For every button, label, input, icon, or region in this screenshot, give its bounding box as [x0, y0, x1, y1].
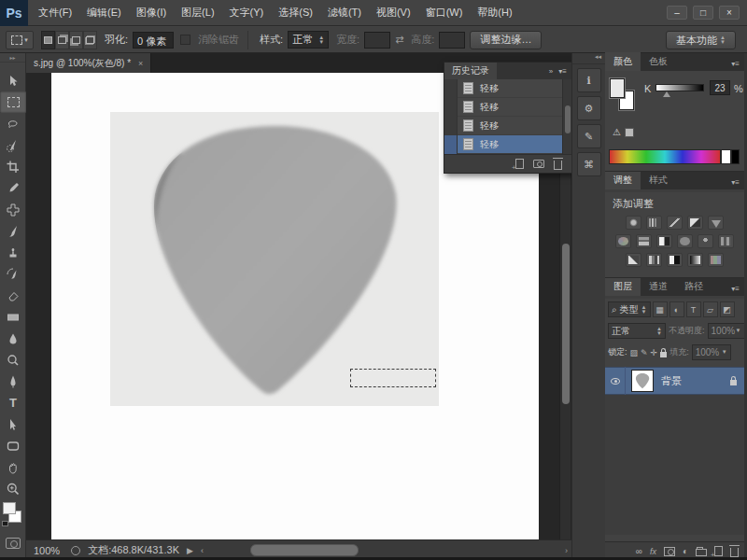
toolbar-grip[interactable]: ▸▸ [0, 53, 25, 63]
history-source-checkbox[interactable] [444, 79, 458, 98]
history-scrollbar[interactable] [562, 79, 571, 155]
lock-transparency-icon[interactable]: ▨ [630, 348, 639, 357]
adjustment-inv-icon[interactable] [626, 253, 641, 267]
adjustment-post-icon[interactable] [646, 253, 662, 267]
delete-layer-icon[interactable] [730, 548, 739, 557]
tab-channels[interactable]: 通道 [641, 277, 676, 296]
tab-styles[interactable]: 样式 [641, 171, 676, 189]
eraser-tool[interactable] [0, 285, 26, 306]
panel-menu-icon[interactable]: ▾≡ [731, 178, 744, 189]
dodge-tool[interactable] [0, 349, 26, 371]
layer-style-icon[interactable]: fx [650, 547, 656, 556]
layer-filter-dropdown[interactable]: ⌕ 类型 ▲▼ [608, 301, 651, 317]
history-state-row[interactable]: 轻移 [444, 79, 564, 98]
maximize-button[interactable]: □ [693, 6, 713, 20]
tab-color[interactable]: 颜色 [605, 52, 641, 71]
filter-smart-objects-icon[interactable]: ◩ [720, 301, 735, 317]
filter-adjustment-layers-icon[interactable]: ◐ [669, 301, 684, 317]
gamut-color-swatch[interactable] [625, 128, 634, 137]
move-tool[interactable] [0, 70, 26, 91]
layer-row-background[interactable]: 背景 [605, 367, 744, 395]
brush-panel-icon[interactable]: ✎ [577, 124, 601, 148]
close-tab-icon[interactable]: × [138, 59, 143, 68]
tool-preset-dropdown[interactable]: ▾ [6, 31, 34, 49]
new-document-from-state-icon[interactable] [515, 159, 524, 169]
adjustment-curves-icon[interactable] [667, 216, 683, 230]
k-value-input[interactable]: 23 [710, 80, 730, 95]
hand-tool[interactable] [0, 456, 26, 478]
opacity-dropdown[interactable]: 100%▼ [708, 323, 745, 339]
workspace-switcher[interactable]: 基本功能 ▲▼ [666, 31, 736, 49]
menu-item-7[interactable]: 视图(V) [369, 3, 418, 22]
menu-item-4[interactable]: 文字(Y) [222, 3, 272, 22]
lock-position-icon[interactable]: ✛ [651, 348, 658, 357]
adjustment-levels-icon[interactable] [646, 216, 662, 230]
healing-tool[interactable] [0, 199, 26, 220]
menu-item-0[interactable]: 文件(F) [31, 3, 79, 22]
eyedropper-tool[interactable] [0, 177, 26, 199]
color-spectrum-ramp[interactable] [609, 149, 721, 164]
swap-dimensions-icon[interactable]: ⇄ [395, 34, 403, 46]
height-input[interactable] [439, 32, 465, 49]
adjustment-bw-icon[interactable] [656, 234, 672, 248]
vertical-scroll-thumb[interactable] [562, 244, 570, 404]
expand-dock-icon[interactable]: ◂◂ [572, 53, 605, 64]
filter-shape-layers-icon[interactable]: ▱ [703, 301, 718, 317]
history-state-row[interactable]: 轻移 [444, 135, 564, 154]
new-selection-button[interactable] [41, 31, 55, 49]
adjustment-hue-icon[interactable] [615, 234, 631, 248]
horizontal-scroll-thumb[interactable] [250, 544, 359, 556]
filter-type-layers-icon[interactable]: T [686, 301, 701, 317]
close-button[interactable]: × [719, 6, 740, 20]
panel-menu-icon[interactable]: ▾≡ [731, 285, 744, 296]
zoom-level[interactable]: 100% [30, 543, 63, 558]
adjustment-vib-icon[interactable] [708, 216, 724, 230]
lasso-tool[interactable] [0, 113, 26, 134]
photo-image[interactable] [110, 112, 439, 406]
quickselect-tool[interactable] [0, 134, 26, 156]
history-state-row[interactable]: 轻移 [444, 117, 564, 135]
layer-thumbnail[interactable] [631, 370, 654, 392]
style-dropdown[interactable]: 正常 ▲▼ [288, 31, 329, 49]
scroll-right-arrow[interactable]: › [565, 546, 568, 555]
quick-mask-button[interactable] [6, 538, 21, 549]
foreground-color-swatch[interactable] [610, 78, 625, 98]
default-colors-icon[interactable] [2, 521, 8, 526]
zoomtool-tool[interactable] [0, 478, 26, 499]
k-slider[interactable] [655, 84, 704, 91]
collapse-panel-icon[interactable]: » [549, 67, 553, 76]
refine-edge-button[interactable]: 调整边缘… [470, 31, 542, 49]
history-source-checkbox[interactable] [444, 135, 458, 154]
crop-tool[interactable] [0, 156, 26, 177]
status-divider[interactable]: ‹ [201, 546, 204, 555]
new-layer-icon[interactable] [714, 546, 723, 556]
new-adjustment-layer-icon[interactable]: ◐ [683, 546, 688, 556]
gradient-tool[interactable] [0, 306, 26, 328]
new-group-icon[interactable] [696, 549, 707, 556]
history-source-checkbox[interactable] [444, 98, 458, 117]
menu-item-3[interactable]: 图层(L) [174, 3, 221, 22]
historybrush-tool[interactable] [0, 263, 26, 285]
history-tab[interactable]: 历史记录 [444, 63, 497, 79]
foreground-color[interactable] [3, 502, 16, 514]
layer-name[interactable]: 背景 [661, 374, 682, 388]
properties-panel-icon[interactable]: ⚙ [577, 96, 601, 120]
shape-tool[interactable] [0, 435, 26, 456]
info-panel-icon[interactable]: ℹ [577, 68, 601, 92]
lock-all-icon[interactable] [660, 352, 667, 357]
blend-mode-dropdown[interactable]: 正常▲▼ [608, 323, 666, 339]
menu-item-1[interactable]: 编辑(E) [79, 3, 129, 22]
adjustment-expo-icon[interactable] [687, 216, 703, 230]
status-menu-arrow[interactable]: ▶ [187, 546, 193, 555]
tab-swatches[interactable]: 色板 [641, 52, 676, 71]
subtract-selection-button[interactable] [69, 31, 83, 49]
add-mask-icon[interactable] [664, 547, 675, 556]
intersect-selection-button[interactable] [83, 31, 97, 49]
adjustment-pf-icon[interactable] [677, 234, 693, 248]
menu-item-6[interactable]: 滤镜(T) [320, 3, 369, 22]
fill-dropdown[interactable]: 100%▼ [692, 344, 731, 360]
gamut-warning-icon[interactable]: ⚠ [613, 127, 621, 137]
document-tab[interactable]: s.jpg @ 100%(灰色/8) * × [26, 53, 151, 73]
adjustment-clut-icon[interactable] [718, 234, 734, 248]
menu-item-8[interactable]: 窗口(W) [418, 3, 471, 22]
